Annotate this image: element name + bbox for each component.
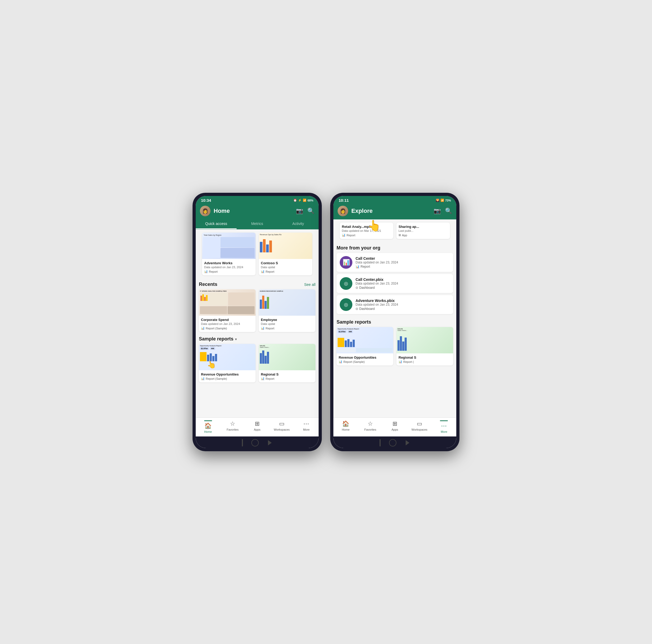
bluetooth-icon: ⚡ bbox=[298, 199, 302, 202]
report-icon-contoso: 📊 bbox=[261, 270, 265, 273]
org-icon-call-center-pbix: ◎ bbox=[340, 277, 352, 290]
sample-reports-title-wrap-1: Sample reports ▾ bbox=[199, 336, 237, 342]
nav-label-home-1: Home bbox=[204, 430, 212, 433]
content-1[interactable]: Total Sales by Region bbox=[196, 229, 319, 417]
report-icon-cc: 📊 bbox=[356, 265, 359, 269]
avatar-1[interactable]: 👩 bbox=[200, 206, 211, 216]
nav-favorites-2[interactable]: ☆ Favorites bbox=[358, 419, 382, 435]
card-adventure-works[interactable]: Total Sales by Region bbox=[202, 232, 255, 275]
card-subtitle-contoso: Data updat bbox=[261, 265, 310, 269]
nav-favorites-1[interactable]: ☆ Favorites bbox=[220, 419, 245, 435]
nav-active-bar-2 bbox=[440, 420, 448, 421]
nav-label-more-2: More bbox=[441, 430, 447, 433]
recents-title: Recents bbox=[199, 282, 217, 287]
card-contoso[interactable]: Revenue Ops by Sales Ro Contoso S bbox=[259, 232, 312, 275]
quick-access-cards: Total Sales by Region bbox=[199, 232, 316, 276]
org-date-adventure-pbix: Data updated on Jan 23, 2024 bbox=[356, 303, 450, 306]
photo-icon: 🌄 bbox=[436, 199, 439, 202]
card-retail[interactable]: Retail Analy...mple Data updated on Mar … bbox=[340, 223, 393, 239]
tab-activity[interactable]: Activity bbox=[278, 219, 319, 229]
card-regional-1[interactable]: SALES Sales Overv... Regional S bbox=[259, 344, 316, 383]
favorites-icon-1: ☆ bbox=[230, 420, 235, 427]
card-thumb-contoso: Revenue Ops by Sales Ro bbox=[259, 232, 312, 259]
sample-reports-header-2: Sample reports bbox=[333, 316, 456, 327]
org-date-call-center-pbix: Data updated on Jan 23, 2024 bbox=[356, 282, 450, 285]
phone-2-screen: 10:11 🌄 📶 73% 👩 Explore 📷 🔍 👆 bbox=[333, 196, 456, 448]
content-2[interactable]: 👆 Retail Analy...mple Data updated on Ma… bbox=[333, 219, 456, 417]
camera-icon-1[interactable]: 📷 bbox=[296, 207, 303, 215]
card-employee[interactable]: HUMAN RESOURCES SAMPLE Employee Data upd… bbox=[259, 289, 316, 332]
org-type-call-center-pbix: ⊙ Dashboard bbox=[356, 286, 450, 289]
card-regional-2[interactable]: SALES Sales Overv... Regional S bbox=[397, 327, 453, 365]
nav-apps-2[interactable]: ⊞ Apps bbox=[382, 419, 407, 435]
card-sharing[interactable]: Sharing ap... Last publi... ⊞ App bbox=[397, 223, 450, 239]
card-revenue-2[interactable]: Opportunity Analysis Report $1.97bn 444 bbox=[336, 327, 393, 365]
bottom-nav-2: 🏠 Home ☆ Favorites ⊞ Apps ▭ Workspaces ⋯… bbox=[333, 417, 456, 437]
card-subtitle-employee: Data updat bbox=[261, 322, 313, 326]
camera-icon-2[interactable]: 📷 bbox=[434, 207, 441, 215]
avatar-2[interactable]: 👩 bbox=[337, 206, 348, 216]
home-btn-1 bbox=[251, 439, 259, 446]
org-info-call-center-pbix: Call Center.pbix Data updated on Jan 23,… bbox=[356, 277, 450, 289]
tab-metrics[interactable]: Metrics bbox=[237, 219, 277, 229]
org-icon-adventure-pbix: ◎ bbox=[340, 298, 352, 311]
status-icons-1: ⏰ ⚡ 📶 68% bbox=[293, 199, 313, 202]
nav-more-2[interactable]: ⋯ More bbox=[432, 419, 456, 435]
card-revenue-1[interactable]: Opportunity Analysis Report $1.97bn 444 bbox=[199, 344, 255, 383]
status-bar-1: 10:34 ⏰ ⚡ 📶 68% bbox=[196, 196, 319, 204]
nav-workspaces-2[interactable]: ▭ Workspaces bbox=[407, 419, 432, 435]
card-info-revenue-2: Revenue Opportunities 📊 Report (Sample) bbox=[336, 354, 393, 365]
sample-reports-title-2: Sample reports bbox=[336, 319, 371, 325]
wifi-icon: 📶 bbox=[303, 199, 306, 202]
see-all-link[interactable]: See all bbox=[304, 282, 316, 287]
nav-label-favorites-2: Favorites bbox=[364, 428, 376, 431]
home-btn-2 bbox=[389, 439, 397, 446]
card-thumb-revenue-1: Opportunity Analysis Report $1.97bn 444 bbox=[199, 344, 255, 370]
card-type-contoso: 📊 Report bbox=[261, 270, 310, 273]
org-item-adventure-pbix[interactable]: ◎ Adventure Works.pbix Data updated on J… bbox=[336, 295, 453, 314]
nav-more-1[interactable]: ⋯ More bbox=[294, 419, 319, 435]
card-type-adventure: 📊 Report bbox=[204, 270, 253, 273]
tab-quick-access[interactable]: Quick access bbox=[196, 219, 237, 229]
report-icon-regional-2: 📊 bbox=[399, 360, 402, 363]
home-icon-1: 🏠 bbox=[205, 422, 212, 429]
card-title-contoso: Contoso S bbox=[261, 261, 310, 265]
nav-home-2[interactable]: 🏠 Home bbox=[333, 419, 358, 435]
nav-workspaces-1[interactable]: ▭ Workspaces bbox=[270, 419, 294, 435]
card-title-regional-2: Regional S bbox=[399, 356, 451, 360]
nav-label-home-2: Home bbox=[342, 428, 350, 431]
card-thumb-adventure: Total Sales by Region bbox=[202, 232, 255, 259]
dashboard-icon-aw2: ⊙ bbox=[356, 307, 358, 311]
header-icons-2: 📷 🔍 bbox=[434, 207, 452, 215]
phone-1: 10:34 ⏰ ⚡ 📶 68% 👩 Home 📷 🔍 Quick access bbox=[193, 193, 322, 451]
org-item-call-center[interactable]: 📊 Call Center Data updated on Jan 23, 20… bbox=[336, 253, 453, 272]
card-info-regional-2: Regional S 📊 Report ( bbox=[397, 354, 453, 365]
chevron-down-icon-1: ▾ bbox=[235, 337, 237, 341]
card-info-retail: Retail Analy...mple Data updated on Mar … bbox=[340, 223, 393, 239]
apps-icon-2: ⊞ bbox=[392, 420, 397, 427]
nav-home-1[interactable]: 🏠 Home bbox=[196, 419, 220, 435]
wifi-icon-2: 📶 bbox=[440, 199, 444, 202]
org-name-call-center: Call Center bbox=[356, 256, 450, 260]
report-icon-regional-1: 📊 bbox=[261, 377, 265, 380]
org-info-adventure-pbix: Adventure Works.pbix Data updated on Jan… bbox=[356, 299, 450, 311]
card-type-regional-2: 📊 Report ( bbox=[399, 360, 451, 363]
home-icon-2: 🏠 bbox=[342, 420, 349, 427]
card-type-revenue-2: 📊 Report (Sample) bbox=[339, 360, 391, 363]
search-icon-2[interactable]: 🔍 bbox=[445, 207, 452, 215]
card-info-adventure: Adventure Works Data updated on Jan 23, … bbox=[202, 259, 255, 275]
org-item-call-center-pbix[interactable]: ◎ Call Center.pbix Data updated on Jan 2… bbox=[336, 274, 453, 293]
dashboard-icon-pbix: ◎ bbox=[344, 281, 348, 286]
card-title-revenue-1: Revenue Opportunities bbox=[201, 372, 253, 376]
sample-reports-header-1: Sample reports ▾ bbox=[196, 333, 319, 344]
avatar-img-2: 👩 bbox=[337, 206, 348, 216]
nav-apps-1[interactable]: ⊞ Apps bbox=[245, 419, 269, 435]
quick-access-section: Total Sales by Region bbox=[196, 229, 319, 279]
more-icon-2: ⋯ bbox=[441, 422, 447, 429]
card-type-regional-1: 📊 Report bbox=[261, 377, 313, 380]
sample-reports-cards-1: Opportunity Analysis Report $1.97bn 444 bbox=[196, 344, 319, 384]
apps-icon-1: ⊞ bbox=[255, 420, 260, 427]
card-corporate-spend[interactable]: IT SPEND ANALYSIS SAMPLE PBIX bbox=[199, 289, 255, 332]
search-icon-1[interactable]: 🔍 bbox=[307, 207, 315, 215]
nav-label-more-1: More bbox=[303, 428, 310, 431]
